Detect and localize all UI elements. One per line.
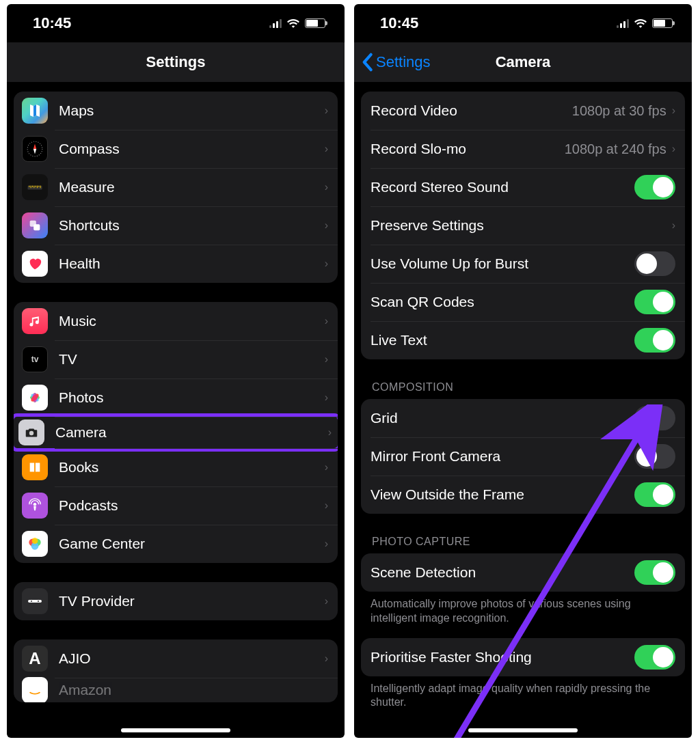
row-scan-qr[interactable]: Scan QR Codes	[361, 283, 685, 321]
row-amazon[interactable]: Amazon	[14, 678, 338, 702]
row-label: Books	[59, 459, 325, 476]
row-mirror-front[interactable]: Mirror Front Camera	[361, 437, 685, 476]
toggle-grid[interactable]	[634, 406, 675, 430]
back-label: Settings	[376, 53, 431, 71]
tv-icon: tv	[22, 346, 48, 372]
section-footer: Automatically improve photos of various …	[371, 597, 675, 626]
row-photos[interactable]: Photos ›	[14, 378, 338, 417]
home-indicator[interactable]	[468, 728, 578, 732]
svg-point-15	[32, 538, 38, 544]
home-indicator[interactable]	[121, 728, 230, 732]
row-stereo-sound[interactable]: Record Stereo Sound	[361, 168, 685, 206]
shortcuts-icon	[22, 212, 48, 238]
row-label: Health	[59, 256, 325, 272]
status-bar: 10:45	[354, 4, 692, 42]
row-label: View Outside the Frame	[371, 486, 634, 503]
row-tv[interactable]: tv TV ›	[14, 340, 338, 378]
row-label: Record Video	[371, 102, 572, 119]
row-label: Game Center	[59, 536, 325, 552]
status-time: 10:45	[33, 14, 71, 32]
health-icon	[22, 251, 48, 277]
toggle-scene-detection[interactable]	[634, 560, 675, 585]
row-label: Podcasts	[59, 497, 325, 514]
chevron-right-icon: ›	[325, 315, 328, 327]
row-label: Shortcuts	[59, 217, 325, 234]
page-title: Settings	[146, 53, 206, 71]
row-ajio[interactable]: A AJIO ›	[14, 639, 338, 678]
toggle-scan-qr[interactable]	[634, 290, 675, 314]
chevron-right-icon: ›	[325, 105, 328, 117]
row-label: Music	[59, 313, 325, 329]
photos-icon	[22, 385, 48, 411]
camera-settings-list[interactable]: Record Video 1080p at 30 fps › Record Sl…	[354, 82, 692, 738]
row-detail: 1080p at 240 fps	[565, 141, 667, 157]
section-footer: Intelligently adapt image quality when r…	[371, 682, 675, 711]
settings-list[interactable]: Maps › Compass › Measure ›	[7, 82, 345, 738]
row-label: TV Provider	[59, 593, 325, 609]
row-preserve-settings[interactable]: Preserve Settings ›	[361, 206, 685, 245]
row-label: AJIO	[59, 650, 325, 667]
row-tvprovider[interactable]: TV Provider ›	[14, 582, 338, 620]
cell-signal-icon	[269, 18, 282, 28]
battery-icon	[652, 18, 673, 28]
cell-signal-icon	[617, 18, 629, 28]
page-title: Camera	[496, 53, 551, 71]
row-detail: 1080p at 30 fps	[572, 103, 667, 119]
row-health[interactable]: Health ›	[14, 245, 338, 283]
toggle-prioritise-faster[interactable]	[634, 645, 675, 670]
row-camera[interactable]: Camera ›	[14, 413, 338, 452]
settings-group: Music › tv TV › Photos › Camera ›	[14, 302, 338, 563]
row-shortcuts[interactable]: Shortcuts ›	[14, 206, 338, 245]
row-prioritise-faster[interactable]: Prioritise Faster Shooting	[361, 638, 685, 676]
chevron-right-icon: ›	[672, 105, 675, 117]
row-gamecenter[interactable]: Game Center ›	[14, 525, 338, 563]
row-volume-burst[interactable]: Use Volume Up for Burst	[361, 245, 685, 283]
toggle-live-text[interactable]	[634, 328, 675, 353]
row-measure[interactable]: Measure ›	[14, 168, 338, 206]
svg-point-11	[33, 503, 37, 506]
row-label: Amazon	[59, 682, 328, 698]
row-music[interactable]: Music ›	[14, 302, 338, 340]
row-grid[interactable]: Grid	[361, 399, 685, 437]
row-label: Measure	[59, 179, 325, 195]
row-label: Live Text	[371, 332, 634, 348]
tvprovider-icon	[22, 588, 48, 614]
row-books[interactable]: Books ›	[14, 448, 338, 486]
back-button[interactable]: Settings	[361, 42, 431, 82]
chevron-right-icon: ›	[325, 181, 328, 193]
row-compass[interactable]: Compass ›	[14, 130, 338, 168]
books-icon	[22, 454, 48, 480]
toggle-volume-burst[interactable]	[634, 251, 675, 276]
toggle-view-outside[interactable]	[634, 482, 675, 507]
row-label: Record Stereo Sound	[371, 179, 634, 195]
row-label: TV	[59, 351, 325, 368]
toggle-stereo-sound[interactable]	[634, 175, 675, 199]
row-label: Scan QR Codes	[371, 294, 634, 310]
chevron-right-icon: ›	[325, 595, 328, 607]
chevron-right-icon: ›	[325, 499, 328, 512]
status-icons	[617, 18, 673, 28]
chevron-right-icon: ›	[325, 258, 328, 270]
row-label: Maps	[59, 102, 325, 119]
amazon-icon	[22, 677, 48, 702]
row-maps[interactable]: Maps ›	[14, 92, 338, 130]
navbar-camera: Settings Camera	[354, 42, 692, 82]
row-view-outside[interactable]: View Outside the Frame	[361, 476, 685, 514]
row-record-video[interactable]: Record Video 1080p at 30 fps ›	[361, 92, 685, 130]
row-label: Prioritise Faster Shooting	[371, 649, 634, 665]
chevron-right-icon: ›	[325, 652, 328, 665]
navbar-settings: Settings	[7, 42, 345, 82]
ajio-icon: A	[22, 646, 48, 672]
svg-point-10	[29, 431, 33, 435]
toggle-mirror-front[interactable]	[634, 444, 675, 469]
row-record-slomo[interactable]: Record Slo-mo 1080p at 240 fps ›	[361, 130, 685, 168]
chevron-right-icon: ›	[672, 219, 675, 232]
row-live-text[interactable]: Live Text	[361, 321, 685, 359]
phone-left: 10:45 Settings Maps › Comp	[7, 4, 345, 738]
row-podcasts[interactable]: Podcasts ›	[14, 486, 338, 525]
chevron-right-icon: ›	[325, 143, 328, 155]
camera-group-faster: Prioritise Faster Shooting	[361, 638, 685, 676]
row-label: Use Volume Up for Burst	[371, 256, 634, 272]
row-scene-detection[interactable]: Scene Detection	[361, 553, 685, 592]
row-label: Camera	[55, 424, 328, 441]
